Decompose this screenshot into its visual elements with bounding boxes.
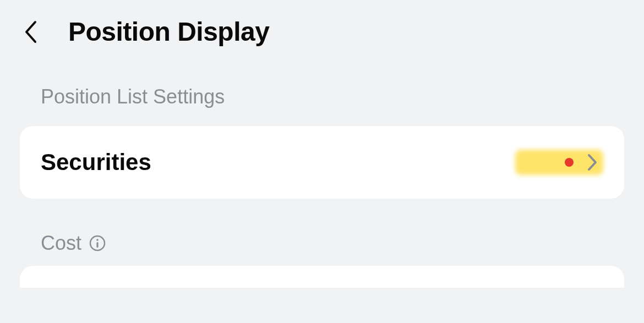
svg-rect-2 (96, 242, 98, 248)
list-item-stub (20, 266, 624, 288)
section-header-cost: Cost (0, 199, 644, 255)
page-header: Position Display (0, 0, 644, 58)
chevron-left-icon (23, 20, 39, 44)
back-button[interactable] (20, 18, 42, 46)
list-item-securities[interactable]: Securities (20, 126, 624, 199)
svg-point-1 (96, 239, 99, 241)
notification-dot-icon (565, 158, 574, 167)
section-label-cost: Cost (41, 232, 81, 255)
chevron-right-icon (587, 153, 598, 172)
info-icon[interactable] (89, 235, 106, 251)
page-title: Position Display (68, 17, 269, 47)
section-label-position-list: Position List Settings (0, 58, 644, 119)
list-item-label: Securities (41, 149, 151, 176)
list-item-right (515, 150, 603, 175)
